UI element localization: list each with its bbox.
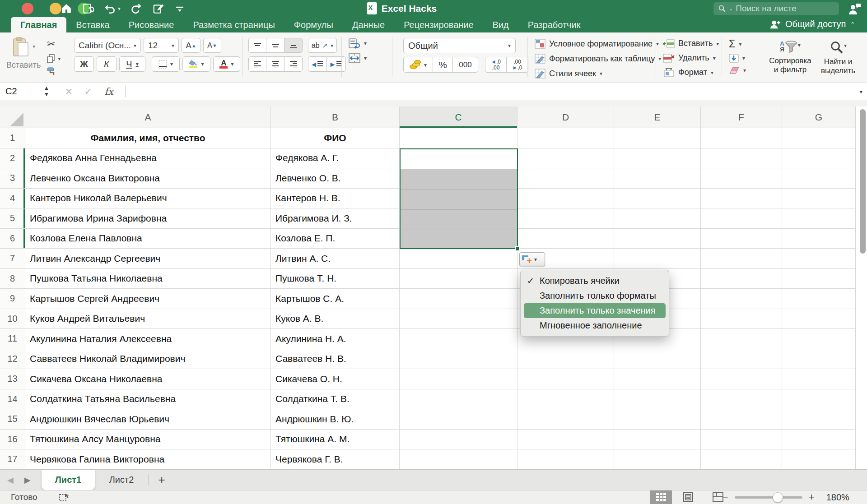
row-header-13[interactable]: 13 xyxy=(0,369,25,389)
row-header-7[interactable]: 7 xyxy=(0,249,25,269)
underline-button[interactable]: Ч▾ xyxy=(119,56,145,72)
search-input[interactable]: ⌄ Поиск на листе xyxy=(713,2,839,15)
column-header-C[interactable]: C xyxy=(400,106,517,128)
cell-G9[interactable] xyxy=(782,289,856,309)
cell-G12[interactable] xyxy=(782,349,856,370)
tab-draw[interactable]: Рисование xyxy=(119,17,184,32)
name-box-stepper[interactable]: ▲▼ xyxy=(44,85,49,97)
copy-dropdown-icon[interactable]: ▾ xyxy=(58,55,61,62)
cell-E1[interactable] xyxy=(614,128,701,148)
cell-B15[interactable]: Андрюшкин В. Ю. xyxy=(271,409,400,430)
cell-E15[interactable] xyxy=(614,409,701,430)
cell-B6[interactable]: Козлова Е. П. xyxy=(271,229,400,249)
decrease-indent-button[interactable]: ◀ xyxy=(308,56,327,72)
vertical-scrollbar-thumb[interactable] xyxy=(860,109,866,254)
cell-D6[interactable] xyxy=(517,229,614,249)
cell-G11[interactable] xyxy=(782,329,856,349)
autosum-button[interactable]: Σ▾ xyxy=(729,38,746,50)
insert-cells-button[interactable]: Вставить▾ xyxy=(663,39,719,48)
cell-F4[interactable] xyxy=(701,189,782,209)
cell-E12[interactable] xyxy=(614,349,701,370)
column-header-B[interactable]: B xyxy=(271,106,400,128)
format-cells-button[interactable]: Формат▾ xyxy=(663,68,719,77)
fill-handle[interactable] xyxy=(515,246,520,251)
cell-A10[interactable]: Куков Андрей Витальевич xyxy=(25,309,271,329)
cell-F8[interactable] xyxy=(701,269,782,289)
zoom-out-button[interactable]: − xyxy=(722,491,728,503)
zoom-level-label[interactable]: 180% xyxy=(826,492,849,503)
cell-D15[interactable] xyxy=(517,409,614,430)
tab-home[interactable]: Главная xyxy=(11,17,66,32)
format-as-table-button[interactable]: Форматировать как таблицу▾ xyxy=(535,54,661,64)
cell-G8[interactable] xyxy=(782,269,856,289)
row-header-8[interactable]: 8 xyxy=(0,269,25,289)
formula-input[interactable] xyxy=(125,86,126,97)
fill-button[interactable]: ▾ xyxy=(729,54,746,63)
cell-B13[interactable]: Сикачева О. Н. xyxy=(271,369,400,389)
copy-button[interactable]: ▾ xyxy=(47,54,61,63)
cell-A16[interactable]: Тятюшкина Алсу Манцуровна xyxy=(25,430,271,450)
cell-G17[interactable] xyxy=(782,449,856,470)
next-sheet-icon[interactable]: ▶ xyxy=(24,475,31,485)
tab-review[interactable]: Рецензирование xyxy=(394,17,483,32)
bold-button[interactable]: Ж xyxy=(74,56,94,72)
column-header-D[interactable]: D xyxy=(517,106,614,128)
cell-C8[interactable] xyxy=(400,269,517,289)
customize-toolbar-icon[interactable] xyxy=(174,3,185,14)
cell-A14[interactable]: Солдаткина Татьяна Васильевна xyxy=(25,389,271,410)
column-header-A[interactable]: A xyxy=(25,106,271,128)
thousands-format-button[interactable]: 000 xyxy=(453,57,478,73)
increase-decimal-button[interactable]: ,00►,0 xyxy=(507,57,528,73)
cell-G14[interactable] xyxy=(782,389,856,410)
cell-C17[interactable] xyxy=(400,449,517,470)
sheet-tab-sheet1[interactable]: Лист1 xyxy=(42,470,95,490)
cell-G13[interactable] xyxy=(782,369,856,389)
cell-B9[interactable]: Картышов С. А. xyxy=(271,289,400,309)
cell-D5[interactable] xyxy=(517,208,614,229)
cell-F17[interactable] xyxy=(701,449,782,470)
tab-page-layout[interactable]: Разметка страницы xyxy=(183,17,284,32)
cell-A5[interactable]: Ибрагимова Ирина Зарифовна xyxy=(25,208,271,229)
row-header-15[interactable]: 15 xyxy=(0,409,25,430)
cell-D17[interactable] xyxy=(517,449,614,470)
row-header-14[interactable]: 14 xyxy=(0,389,25,410)
increase-font-button[interactable]: A▲ xyxy=(182,38,200,53)
row-header-17[interactable]: 17 xyxy=(0,449,25,470)
column-header-G[interactable]: G xyxy=(782,106,856,128)
cell-G2[interactable] xyxy=(782,148,856,169)
cell-A15[interactable]: Андрюшкин Вячеслав Юрьевич xyxy=(25,409,271,430)
zoom-in-button[interactable]: + xyxy=(809,491,815,503)
row-header-9[interactable]: 9 xyxy=(0,289,25,309)
cell-C12[interactable] xyxy=(400,349,517,370)
tab-view[interactable]: Вид xyxy=(483,17,518,32)
cell-B14[interactable]: Солдаткина Т. В. xyxy=(271,389,400,410)
number-format-select[interactable]: Общий▾ xyxy=(403,38,516,53)
align-center-button[interactable] xyxy=(266,56,284,72)
cell-D14[interactable] xyxy=(517,389,614,410)
cell-C7[interactable] xyxy=(400,249,517,269)
row-header-10[interactable]: 10 xyxy=(0,309,25,329)
cell-F10[interactable] xyxy=(701,309,782,329)
cell-B7[interactable]: Литвин А. С. xyxy=(271,249,400,269)
cell-D1[interactable] xyxy=(517,128,614,148)
cell-E17[interactable] xyxy=(614,449,701,470)
cell-F7[interactable] xyxy=(701,249,782,269)
cell-F15[interactable] xyxy=(701,409,782,430)
increase-indent-button[interactable]: ▶ xyxy=(327,56,346,72)
cell-A12[interactable]: Савватеев Николай Владимирович xyxy=(25,349,271,370)
cell-E4[interactable] xyxy=(614,189,701,209)
cell-G15[interactable] xyxy=(782,409,856,430)
cell-F11[interactable] xyxy=(701,329,782,349)
cell-E5[interactable] xyxy=(614,208,701,229)
formula-bar-expand-icon[interactable]: ▾ xyxy=(859,88,862,95)
cell-styles-button[interactable]: Стили ячеек▾ xyxy=(535,69,661,79)
cell-B17[interactable]: Червякова Г. В. xyxy=(271,449,400,470)
align-left-button[interactable] xyxy=(248,56,266,72)
align-middle-button[interactable] xyxy=(266,38,284,53)
row-header-6[interactable]: 6 xyxy=(0,229,25,249)
cell-G1[interactable] xyxy=(782,128,856,148)
wrap-text-button[interactable]: ▾ xyxy=(349,38,367,49)
cell-A7[interactable]: Литвин Александр Сергеевич xyxy=(25,249,271,269)
cell-A3[interactable]: Левченко Оксана Викторовна xyxy=(25,168,271,189)
cell-G3[interactable] xyxy=(782,168,856,189)
